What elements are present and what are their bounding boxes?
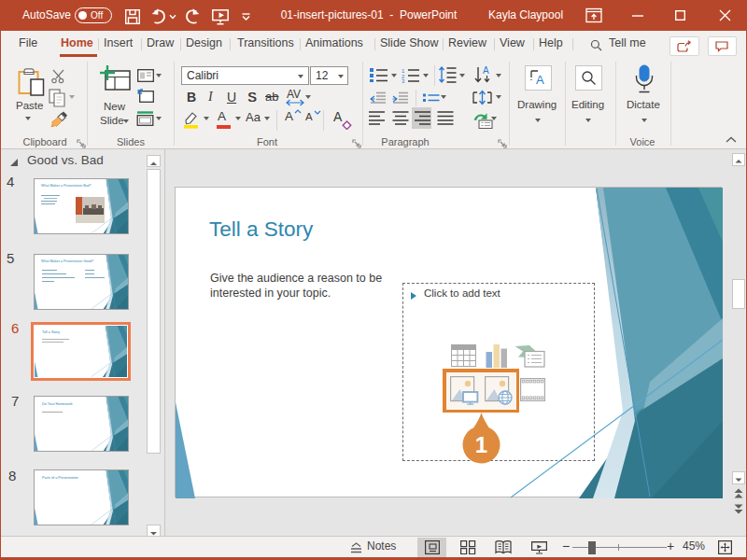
svg-text:A: A: [483, 65, 489, 76]
svg-text:3: 3: [402, 78, 405, 83]
svg-text:1: 1: [475, 432, 487, 457]
svg-text:A: A: [536, 73, 544, 87]
